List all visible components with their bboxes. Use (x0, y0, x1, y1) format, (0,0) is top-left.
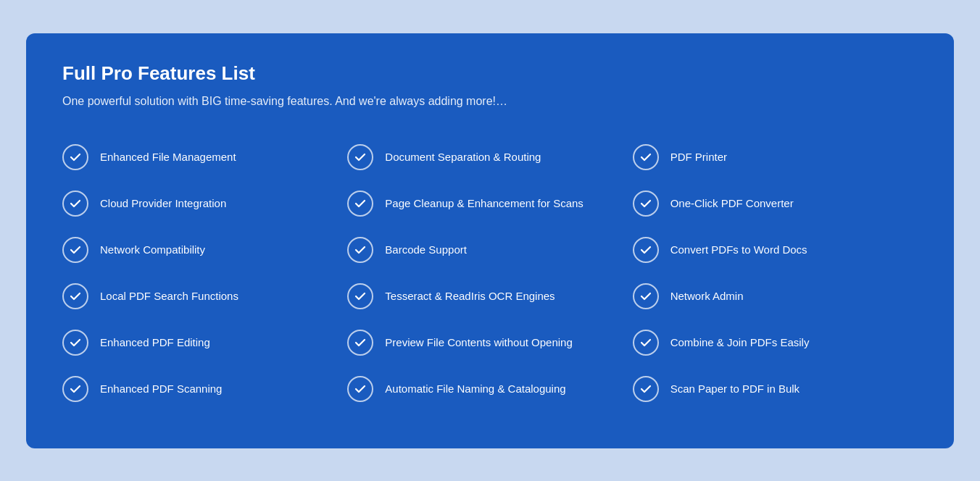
feature-label-f2: Cloud Provider Integration (100, 197, 226, 209)
feature-label-f4: Local PDF Search Functions (100, 290, 238, 302)
feature-label-f1: Enhanced File Management (100, 151, 236, 163)
card-title: Full Pro Features List (62, 62, 918, 85)
feature-label-f5: Enhanced PDF Editing (100, 336, 210, 348)
feature-item-f14: One-Click PDF Converter (633, 180, 918, 227)
check-circle-icon (633, 237, 659, 263)
feature-label-f7: Document Separation & Routing (385, 151, 541, 163)
check-circle-icon (347, 237, 373, 263)
check-circle-icon (633, 330, 659, 356)
feature-item-f5: Enhanced PDF Editing (62, 319, 347, 366)
check-circle-icon (347, 330, 373, 356)
feature-column-col2: Document Separation & Routing Page Clean… (347, 134, 632, 412)
check-circle-icon (62, 144, 88, 170)
check-circle-icon (633, 376, 659, 402)
feature-label-f9: Barcode Support (385, 243, 467, 256)
check-circle-icon (62, 191, 88, 217)
check-circle-icon (347, 144, 373, 170)
feature-item-f11: Preview File Contents without Opening (347, 319, 632, 366)
feature-item-f17: Combine & Join PDFs Easily (633, 319, 918, 366)
check-circle-icon (62, 330, 88, 356)
check-circle-icon (633, 283, 659, 309)
feature-item-f7: Document Separation & Routing (347, 134, 632, 180)
features-card: Full Pro Features List One powerful solu… (26, 33, 954, 448)
feature-column-col1: Enhanced File Management Cloud Provider … (62, 134, 347, 412)
check-circle-icon (633, 191, 659, 217)
feature-label-f12: Automatic File Naming & Cataloguing (385, 382, 565, 395)
feature-item-f4: Local PDF Search Functions (62, 273, 347, 319)
feature-column-col3: PDF Printer One-Click PDF Converter Conv… (633, 134, 918, 412)
feature-label-f13: PDF Printer (670, 151, 727, 163)
check-circle-icon (347, 191, 373, 217)
feature-label-f10: Tesseract & ReadIris OCR Engines (385, 290, 555, 302)
feature-item-f16: Network Admin (633, 273, 918, 319)
feature-item-f10: Tesseract & ReadIris OCR Engines (347, 273, 632, 319)
features-grid: Enhanced File Management Cloud Provider … (62, 134, 918, 412)
check-circle-icon (62, 376, 88, 402)
check-circle-icon (347, 283, 373, 309)
feature-label-f18: Scan Paper to PDF in Bulk (670, 382, 800, 395)
feature-item-f9: Barcode Support (347, 227, 632, 273)
check-circle-icon (633, 144, 659, 170)
check-circle-icon (62, 283, 88, 309)
feature-item-f3: Network Compatibility (62, 227, 347, 273)
check-circle-icon (347, 376, 373, 402)
feature-label-f17: Combine & Join PDFs Easily (670, 336, 810, 348)
feature-label-f8: Page Cleanup & Enhancement for Scans (385, 197, 584, 209)
feature-item-f1: Enhanced File Management (62, 134, 347, 180)
feature-item-f8: Page Cleanup & Enhancement for Scans (347, 180, 632, 227)
feature-item-f18: Scan Paper to PDF in Bulk (633, 366, 918, 412)
feature-label-f6: Enhanced PDF Scanning (100, 382, 222, 395)
feature-item-f2: Cloud Provider Integration (62, 180, 347, 227)
check-circle-icon (62, 237, 88, 263)
feature-label-f3: Network Compatibility (100, 243, 205, 256)
feature-item-f13: PDF Printer (633, 134, 918, 180)
feature-label-f16: Network Admin (670, 290, 744, 302)
feature-item-f15: Convert PDFs to Word Docs (633, 227, 918, 273)
feature-label-f14: One-Click PDF Converter (670, 197, 794, 209)
feature-item-f6: Enhanced PDF Scanning (62, 366, 347, 412)
card-subtitle: One powerful solution with BIG time-savi… (62, 95, 918, 108)
feature-label-f11: Preview File Contents without Opening (385, 336, 572, 348)
feature-label-f15: Convert PDFs to Word Docs (670, 243, 807, 256)
feature-item-f12: Automatic File Naming & Cataloguing (347, 366, 632, 412)
